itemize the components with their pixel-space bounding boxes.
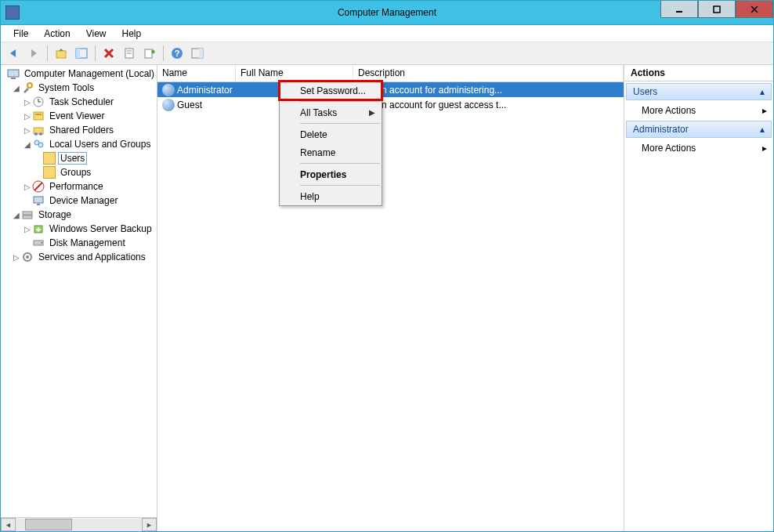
performance-icon — [32, 180, 45, 193]
svg-rect-33 — [37, 204, 40, 205]
back-button[interactable] — [4, 44, 23, 63]
menu-action[interactable]: Action — [38, 27, 76, 41]
user-row-guest[interactable]: Guest Built-in account for guest access … — [157, 97, 624, 112]
tools-icon — [21, 81, 34, 94]
tree-device-manager[interactable]: Device Manager — [47, 194, 120, 207]
menu-rename[interactable]: Rename — [280, 143, 382, 161]
user-description: Built-in account for guest access t... — [353, 100, 624, 110]
actions-section-users[interactable]: Users ▴ — [626, 83, 772, 100]
section-title: Users — [633, 86, 657, 97]
user-name: Administrator — [177, 85, 233, 96]
submenu-arrow-icon: ▸ — [762, 143, 767, 154]
show-hide-action-pane-button[interactable] — [188, 44, 207, 63]
clock-icon — [32, 96, 45, 108]
menu-properties[interactable]: Properties — [280, 165, 382, 183]
svg-rect-6 — [76, 49, 80, 58]
tree-disk-management[interactable]: Disk Management — [47, 237, 128, 249]
svg-rect-23 — [34, 112, 43, 120]
tree-shared-folders[interactable]: Shared Folders — [47, 124, 116, 136]
actions-body: Users ▴ More Actions ▸ Administrator ▴ M… — [624, 81, 773, 531]
device-manager-icon — [32, 194, 45, 207]
user-icon — [162, 84, 175, 96]
tree-windows-server-backup[interactable]: Windows Server Backup — [47, 223, 154, 235]
menu-separator — [300, 185, 380, 186]
forward-button[interactable] — [24, 44, 43, 63]
submenu-arrow-icon: ▶ — [369, 108, 375, 117]
users-groups-icon — [32, 138, 45, 150]
delete-button[interactable] — [99, 44, 118, 63]
svg-rect-17 — [8, 70, 19, 77]
actions-section-administrator[interactable]: Administrator ▴ — [626, 121, 772, 138]
titlebar[interactable]: Computer Management — [1, 1, 773, 25]
tree-storage[interactable]: Storage — [36, 208, 74, 221]
collapse-icon: ▴ — [760, 86, 765, 97]
folder-icon — [43, 166, 56, 179]
tree-horizontal-scrollbar[interactable]: ◄ ► — [1, 517, 157, 531]
menu-view[interactable]: View — [80, 27, 113, 41]
column-description[interactable]: Description — [353, 65, 624, 81]
menu-set-password[interactable]: Set Password... — [280, 81, 382, 100]
tree-performance[interactable]: Performance — [47, 180, 106, 193]
menu-separator — [300, 123, 380, 124]
minimize-button[interactable] — [660, 1, 698, 18]
menu-help[interactable]: Help — [280, 187, 382, 205]
menu-file[interactable]: File — [7, 27, 34, 41]
menu-all-tasks[interactable]: All Tasks▶ — [280, 103, 382, 121]
svg-rect-24 — [35, 114, 42, 115]
tree-local-users-groups[interactable]: Local Users and Groups — [47, 138, 153, 150]
properties-button[interactable] — [120, 44, 139, 63]
scroll-right-button[interactable]: ► — [142, 518, 157, 531]
window-title: Computer Management — [1, 7, 773, 18]
tree-system-tools[interactable]: System Tools — [36, 81, 96, 94]
maximize-button[interactable] — [698, 1, 736, 18]
svg-rect-18 — [11, 78, 16, 79]
tree-users[interactable]: Users — [58, 152, 87, 165]
user-list[interactable]: Administrator Built-in account for admin… — [157, 82, 624, 531]
tree-task-scheduler[interactable]: Task Scheduler — [47, 96, 116, 108]
actions-more-administrator[interactable]: More Actions ▸ — [624, 139, 773, 157]
tree-root[interactable]: Computer Management (Local) — [22, 67, 157, 80]
tree-groups[interactable]: Groups — [58, 166, 93, 179]
svg-point-40 — [26, 255, 29, 259]
disk-mgmt-icon — [32, 237, 45, 249]
tree-event-viewer[interactable]: Event Viewer — [47, 110, 107, 122]
computer-management-window: Computer Management File Action View Hel… — [0, 0, 774, 532]
svg-rect-34 — [23, 212, 32, 215]
menu-help[interactable]: Help — [116, 27, 148, 41]
column-name[interactable]: Name — [157, 65, 236, 81]
help-button[interactable]: ? — [168, 44, 186, 63]
svg-text:?: ? — [175, 49, 180, 58]
services-icon — [21, 251, 34, 263]
user-row-administrator[interactable]: Administrator Built-in account for admin… — [157, 82, 624, 97]
svg-point-26 — [34, 132, 38, 136]
backup-icon — [32, 223, 45, 235]
window-controls — [660, 1, 773, 18]
menu-delete[interactable]: Delete — [280, 125, 382, 143]
scroll-track[interactable] — [16, 519, 142, 530]
scroll-left-button[interactable]: ◄ — [1, 518, 16, 531]
export-button[interactable] — [140, 44, 159, 63]
tree-services-apps[interactable]: Services and Applications — [36, 251, 148, 263]
actions-pane: Actions Users ▴ More Actions ▸ Administr… — [624, 65, 773, 531]
body: Computer Management (Local) ◢System Tool… — [1, 65, 773, 531]
actions-more-users[interactable]: More Actions ▸ — [624, 102, 773, 119]
svg-point-27 — [39, 132, 42, 136]
shared-folders-icon — [32, 124, 45, 136]
computer-icon — [7, 67, 20, 80]
show-hide-tree-button[interactable] — [72, 44, 91, 63]
user-icon — [162, 99, 175, 111]
svg-rect-32 — [34, 197, 43, 203]
up-button[interactable] — [52, 44, 71, 63]
folder-icon — [43, 152, 56, 165]
svg-rect-4 — [56, 51, 66, 58]
close-button[interactable] — [736, 1, 773, 18]
scroll-thumb[interactable] — [25, 519, 72, 530]
svg-rect-1 — [714, 6, 720, 13]
svg-rect-16 — [199, 49, 203, 58]
svg-rect-35 — [23, 215, 32, 219]
user-name: Guest — [177, 100, 202, 110]
navigation-tree[interactable]: Computer Management (Local) ◢System Tool… — [1, 65, 157, 517]
menu-separator — [300, 101, 380, 102]
collapse-icon: ▴ — [760, 124, 765, 135]
column-full-name[interactable]: Full Name — [236, 65, 353, 81]
